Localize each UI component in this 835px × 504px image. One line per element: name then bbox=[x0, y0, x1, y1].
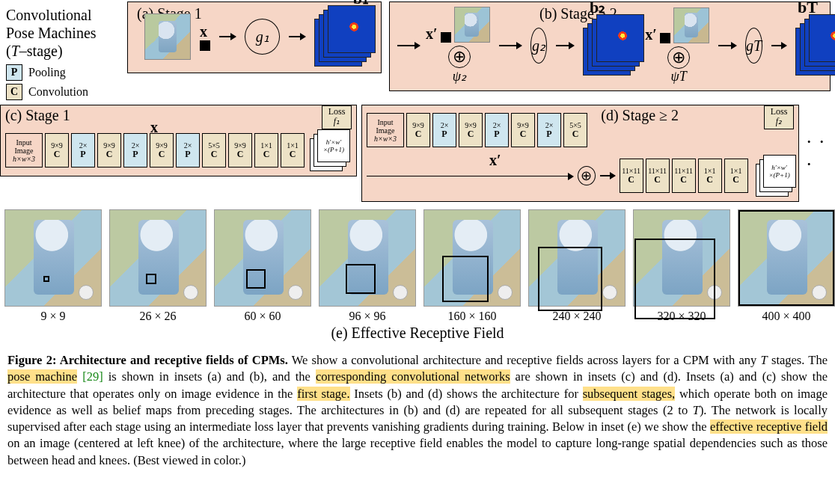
input-thumb-a bbox=[144, 13, 191, 60]
belief-map-b1: b₁ bbox=[314, 7, 373, 67]
arrow-icon bbox=[600, 175, 615, 176]
caption-highlight: subsequent stages, bbox=[583, 387, 676, 401]
conv-layer: 11×11C bbox=[672, 159, 696, 193]
citation-link: [29] bbox=[77, 369, 103, 384]
rf-image bbox=[738, 209, 835, 307]
input-thumb-t bbox=[673, 7, 709, 43]
conv-layer: 5×5C bbox=[202, 133, 226, 168]
pool-layer: 2×P bbox=[485, 113, 509, 147]
rf-cell: 320 × 320 bbox=[633, 209, 730, 323]
rf-caption: 60 × 60 bbox=[214, 310, 311, 323]
input-dim: h×w×3 bbox=[13, 155, 35, 163]
rf-image bbox=[4, 209, 102, 307]
loss-fn: f₁ bbox=[322, 117, 351, 126]
caption-text: Insets (b) and (d) shows the architectur… bbox=[350, 387, 583, 401]
psi2-symbol: ψ₂ bbox=[453, 68, 466, 84]
legend-title-1: Convolutional bbox=[6, 6, 123, 24]
input-label: Input Image bbox=[367, 118, 403, 135]
rf-box bbox=[346, 264, 376, 294]
rf-image bbox=[319, 209, 416, 307]
conv-layer: 9×9C bbox=[97, 133, 121, 168]
caption-lead: Figure 2: Architecture and receptive fie… bbox=[7, 353, 288, 367]
conv-layer: 9×9C bbox=[459, 113, 483, 147]
rf-caption: 400 × 400 bbox=[738, 310, 835, 323]
rf-caption: 160 × 160 bbox=[423, 310, 521, 323]
ellipsis: · · · bbox=[804, 131, 835, 176]
rf-title: (e) Effective Receptive Field bbox=[0, 325, 835, 342]
rf-caption: 240 × 240 bbox=[528, 310, 626, 323]
caption-T: T bbox=[761, 353, 768, 367]
input-label: Input Image bbox=[6, 138, 42, 155]
rf-box bbox=[43, 276, 49, 282]
panel-c: (c) Stage 1 Loss f₁ x Input Image h×w×3 … bbox=[0, 105, 357, 176]
merge-plus-d: ⊕ bbox=[578, 166, 596, 185]
legend-key-c: C bbox=[6, 84, 22, 100]
rf-box bbox=[538, 247, 602, 311]
legend: Convolutional Pose Machines (T–stage) P … bbox=[0, 0, 127, 100]
top-row: Convolutional Pose Machines (T–stage) P … bbox=[0, 0, 835, 100]
belief-map-bT: bT bbox=[795, 16, 822, 76]
xprime-symbol-2: x′ bbox=[645, 26, 657, 43]
pool-layer: 2×P bbox=[123, 133, 147, 168]
conv-layer: 9×9C bbox=[45, 133, 69, 168]
rf-box bbox=[634, 239, 715, 319]
rf-caption: 9 × 9 bbox=[4, 310, 102, 323]
arrow-icon bbox=[718, 45, 736, 46]
caption-text: on an image (centered at left knee) of t… bbox=[7, 436, 828, 467]
merge-plus: ⊕ bbox=[448, 46, 471, 68]
conv-layer: 5×5C bbox=[563, 113, 587, 147]
conv-layer: 11×11C bbox=[646, 159, 670, 193]
conv-layer: 9×9C bbox=[511, 113, 535, 147]
conv-layer: 1×1C bbox=[281, 133, 305, 168]
conv-layer: 9×9C bbox=[150, 133, 174, 168]
belief-map-b2: b₂ bbox=[583, 16, 610, 76]
long-arrow bbox=[367, 176, 573, 176]
loss-box-1: Loss f₁ bbox=[322, 105, 352, 129]
pool-layer: 2×P bbox=[432, 113, 456, 147]
rf-cell: 400 × 400 bbox=[738, 209, 835, 323]
label-c: (c) Stage 1 bbox=[5, 107, 70, 124]
xprime-brace-label: x′ bbox=[489, 152, 501, 169]
arrow-icon bbox=[771, 45, 786, 46]
rf-box bbox=[246, 269, 266, 289]
output-stack-d: h′×w′ ×(P+1) bbox=[756, 155, 794, 197]
figure-2: Convolutional Pose Machines (T–stage) P … bbox=[0, 0, 835, 475]
panel-d: (d) Stage ≥ 2 Loss f₂ Input Image h×w×3 … bbox=[361, 105, 799, 202]
panel-stage-ge2: (b) Stage ≥ 2 x′ ⊕ ψ₂ g₂ b₂ · · · bbox=[389, 1, 831, 91]
xprime-symbol: x′ bbox=[426, 25, 438, 43]
legend-label-convolution: Convolution bbox=[28, 84, 88, 99]
arrow-icon bbox=[219, 36, 236, 37]
pool-layer: 2×P bbox=[176, 133, 200, 168]
feature-dot bbox=[660, 33, 670, 43]
arrow-icon bbox=[499, 45, 522, 46]
input-dim: h×w×3 bbox=[374, 135, 397, 143]
conv-layer: 1×1C bbox=[698, 159, 722, 193]
input-box-c: Input Image h×w×3 bbox=[5, 133, 43, 168]
rf-cell: 240 × 240 bbox=[528, 209, 626, 323]
legend-key-p: P bbox=[6, 64, 22, 81]
conv-layer: 1×1C bbox=[254, 133, 278, 168]
feature-dot bbox=[441, 32, 451, 43]
rf-cell: 9 × 9 bbox=[4, 209, 102, 323]
architecture-row: (c) Stage 1 Loss f₁ x Input Image h×w×3 … bbox=[0, 105, 835, 202]
feature-dot bbox=[200, 40, 210, 51]
conv-layer: 11×11C bbox=[620, 159, 643, 193]
rf-cell: 26 × 26 bbox=[109, 209, 207, 323]
rf-image bbox=[109, 209, 207, 307]
rf-image bbox=[633, 209, 730, 307]
caption-highlight: corresponding convolutional networks bbox=[316, 369, 510, 384]
panel-stage-1: (a) Stage 1 x g₁ b₁ bbox=[127, 1, 382, 73]
arrow-icon bbox=[556, 45, 574, 46]
legend-title-2: Pose Machines bbox=[6, 24, 123, 42]
psiT-symbol: ψT bbox=[671, 69, 687, 84]
caption-highlight: first stage. bbox=[297, 387, 349, 401]
pool-layer: 2×P bbox=[71, 133, 95, 168]
rf-cell: 96 × 96 bbox=[319, 209, 416, 323]
caption-highlight: effective receptive field bbox=[710, 420, 828, 434]
rf-image bbox=[423, 209, 521, 307]
caption-highlight: pose machine bbox=[7, 369, 77, 384]
merge-plus-2: ⊕ bbox=[667, 46, 690, 69]
g2-node: g₂ bbox=[530, 28, 548, 64]
arrow-icon bbox=[289, 36, 305, 37]
rf-box bbox=[738, 210, 834, 306]
